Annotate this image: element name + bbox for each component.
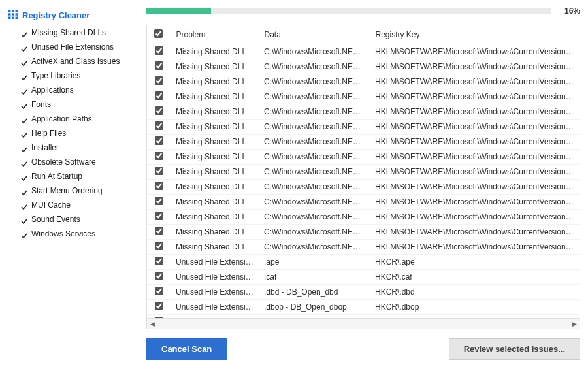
sidebar-item[interactable]: Start Menu Ordering — [5, 184, 133, 198]
table-row[interactable]: Missing Shared DLLC:\Windows\Microsoft.N… — [147, 224, 580, 239]
table-row[interactable]: Missing Shared DLLC:\Windows\Microsoft.N… — [147, 74, 580, 89]
cell-data: C:\Windows\Microsoft.NET\Fra... — [259, 104, 370, 120]
cell-problem: Missing Shared DLL — [171, 180, 259, 195]
checkmark-icon — [21, 231, 27, 237]
cell-data: C:\Windows\Microsoft.NET\Fra... — [259, 135, 370, 150]
table-row[interactable]: Missing Shared DLLC:\Windows\Microsoft.N… — [147, 149, 580, 164]
sidebar-item-label: Application Paths — [31, 113, 92, 125]
row-checkbox[interactable] — [155, 91, 163, 100]
row-checkbox[interactable] — [155, 61, 163, 70]
table-row[interactable]: Unused File Extension.cafHKCR\.caf — [147, 269, 580, 284]
table-row[interactable]: Unused File Extension.dbd - DB_Open_dbdH… — [147, 284, 580, 299]
checkmark-icon — [21, 216, 27, 223]
row-checkbox[interactable] — [155, 257, 163, 265]
table-row[interactable]: Unused File Extension.dbop - DB_Open_dbo… — [147, 299, 580, 314]
row-checkbox[interactable] — [155, 302, 163, 310]
header-problem[interactable]: Problem — [171, 25, 259, 44]
sidebar-item[interactable]: Applications — [5, 83, 133, 97]
cell-problem: Missing Shared DLL — [171, 89, 259, 104]
table-body-scroll[interactable]: Missing Shared DLLC:\Windows\Microsoft.N… — [147, 44, 580, 318]
sidebar-item[interactable]: Help Files — [5, 126, 133, 140]
row-checkbox[interactable] — [155, 167, 163, 175]
table-row[interactable]: Missing Shared DLLC:\Windows\Microsoft.N… — [147, 134, 580, 149]
table-row[interactable]: Missing Shared DLLC:\Windows\Microsoft.N… — [147, 164, 580, 179]
row-checkbox[interactable] — [155, 136, 163, 145]
sidebar-item-label: Applications — [31, 84, 74, 96]
row-checkbox[interactable] — [155, 106, 163, 115]
sidebar-item[interactable]: Run At Startup — [5, 169, 133, 184]
cell-problem: Unused File Extension — [171, 270, 259, 285]
row-checkbox[interactable] — [155, 272, 163, 280]
row-checkbox[interactable] — [155, 121, 163, 130]
cell-key: HKCR\.dbd — [370, 285, 580, 300]
cell-problem: Missing Shared DLL — [171, 120, 259, 135]
cell-data: C:\Windows\Microsoft.NET\Fra... — [259, 74, 370, 89]
sidebar-item[interactable]: ActiveX and Class Issues — [5, 54, 133, 69]
svg-rect-3 — [8, 13, 11, 16]
row-checkbox[interactable] — [155, 76, 163, 85]
cell-problem: Missing Shared DLL — [171, 210, 259, 225]
row-checkbox[interactable] — [155, 152, 163, 160]
sidebar-item[interactable]: MUI Cache — [5, 198, 133, 212]
row-checkbox[interactable] — [155, 46, 163, 55]
sidebar-item[interactable]: Type Libraries — [5, 69, 133, 83]
cell-key: HKLM\SOFTWARE\Microsoft\Windows\CurrentV… — [370, 150, 580, 165]
row-checkbox[interactable] — [155, 182, 163, 190]
header-data[interactable]: Data — [259, 25, 370, 44]
row-checkbox[interactable] — [155, 212, 163, 220]
cell-data: C:\Windows\Microsoft.NET\Fra... — [259, 195, 370, 210]
table-row[interactable]: Missing Shared DLLC:\Windows\Microsoft.N… — [147, 179, 580, 194]
svg-rect-5 — [16, 13, 18, 16]
cell-data: C:\Windows\Microsoft.NET\Fra... — [259, 44, 370, 59]
cell-data: C:\Windows\Microsoft.NET\Fra... — [259, 180, 370, 195]
header-checkbox-cell — [147, 25, 171, 44]
progress-row: 16% — [146, 7, 580, 16]
sidebar-header[interactable]: Registry Cleaner — [5, 8, 133, 25]
cell-key: HKLM\SOFTWARE\Microsoft\Windows\CurrentV… — [370, 165, 580, 180]
cell-problem: Unused File Extension — [171, 285, 259, 300]
scroll-left-arrow-icon[interactable]: ◀ — [147, 319, 157, 329]
table-row[interactable]: Missing Shared DLLC:\Windows\Microsoft.N… — [147, 239, 580, 254]
cell-data: .dbop - DB_Open_dbop — [259, 300, 370, 315]
review-issues-button[interactable]: Review selected Issues... — [449, 338, 580, 360]
cell-data: C:\Windows\Microsoft.NET\Fra... — [259, 150, 370, 165]
sidebar-item[interactable]: Obsolete Software — [5, 155, 133, 169]
row-checkbox[interactable] — [155, 227, 163, 235]
cell-problem: Missing Shared DLL — [171, 195, 259, 210]
row-checkbox[interactable] — [155, 197, 163, 205]
sidebar-item-label: Windows Services — [31, 228, 95, 240]
cell-key: HKLM\SOFTWARE\Microsoft\Windows\CurrentV… — [370, 210, 580, 225]
cell-data: C:\Windows\Microsoft.NET\Fra... — [259, 120, 370, 135]
scroll-right-arrow-icon[interactable]: ▶ — [569, 319, 580, 329]
table-row[interactable]: Missing Shared DLLC:\Windows\Microsoft.N… — [147, 104, 580, 119]
cell-problem: Missing Shared DLL — [171, 104, 259, 120]
table-row[interactable]: Missing Shared DLLC:\Windows\Microsoft.N… — [147, 209, 580, 224]
table-row[interactable]: Missing Shared DLLC:\Windows\Microsoft.N… — [147, 44, 580, 59]
row-checkbox[interactable] — [155, 287, 163, 295]
select-all-checkbox[interactable] — [154, 29, 163, 38]
checkmark-icon — [21, 202, 27, 208]
sidebar-item[interactable]: Windows Services — [5, 227, 133, 241]
sidebar-item[interactable]: Application Paths — [5, 112, 133, 126]
cell-problem: Unused File Extension — [171, 255, 259, 270]
sidebar-item[interactable]: Fonts — [5, 97, 133, 112]
cell-key: HKCR\.ape — [370, 255, 580, 270]
table-row[interactable]: Unused File Extension.apeHKCR\.ape — [147, 254, 580, 269]
sidebar-item[interactable]: Sound Events — [5, 212, 133, 227]
cell-problem: Unused File Extension — [171, 300, 259, 315]
sidebar-item[interactable]: Unused File Extensions — [5, 40, 133, 54]
horizontal-scrollbar[interactable]: ◀ ▶ — [147, 318, 580, 329]
row-checkbox[interactable] — [155, 242, 163, 250]
sidebar-item[interactable]: Installer — [5, 140, 133, 155]
cell-key: HKLM\SOFTWARE\Microsoft\Windows\CurrentV… — [370, 195, 580, 210]
table-row[interactable]: Missing Shared DLLC:\Windows\Microsoft.N… — [147, 89, 580, 104]
table-row[interactable]: Missing Shared DLLC:\Windows\Microsoft.N… — [147, 59, 580, 74]
table-row[interactable]: Missing Shared DLLC:\Windows\Microsoft.N… — [147, 194, 580, 209]
progress-percent: 16% — [558, 7, 580, 16]
checkmark-icon — [21, 72, 27, 79]
cancel-scan-button[interactable]: Cancel Scan — [146, 338, 227, 360]
sidebar-item[interactable]: Missing Shared DLLs — [5, 25, 133, 40]
table-row[interactable]: Missing Shared DLLC:\Windows\Microsoft.N… — [147, 119, 580, 134]
svg-rect-1 — [12, 10, 14, 12]
header-key[interactable]: Registry Key — [370, 25, 580, 44]
